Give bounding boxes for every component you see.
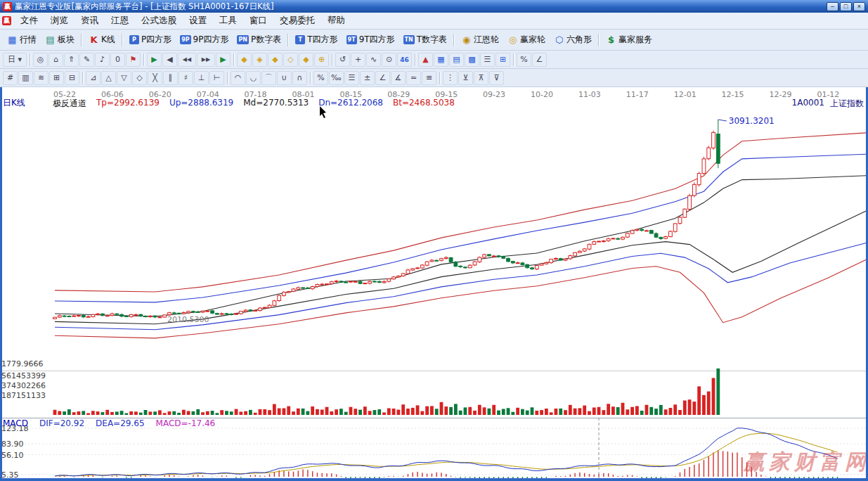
toolbar-button[interactable]: $ 赢家服务 — [602, 32, 656, 48]
tool-icon-button[interactable]: ⊟ — [65, 71, 79, 85]
tool-icon-button[interactable]: ▩ — [465, 53, 479, 67]
tool-icon-button[interactable]: ⌂ — [48, 53, 63, 67]
tool-icon-button[interactable]: ⌒ — [261, 71, 276, 85]
tool-icon-button[interactable]: ⊙ — [382, 53, 396, 67]
tool-icon-button[interactable] — [310, 72, 311, 84]
tool-icon-button[interactable]: ⊼ — [474, 71, 488, 85]
tool-icon-button[interactable]: ◆ — [268, 53, 283, 67]
tool-icon-button[interactable]: ≡ — [422, 71, 436, 85]
menu-item[interactable]: 浏览 — [44, 13, 75, 28]
tool-icon-button[interactable]: ⊕ — [314, 53, 329, 67]
tool-icon-button[interactable]: ▶ — [147, 53, 162, 67]
window-control-button[interactable]: □ — [840, 2, 852, 11]
tool-icon-button[interactable]: # — [3, 71, 18, 85]
tool-icon-button[interactable]: ☰ — [344, 71, 359, 85]
tool-icon-button[interactable]: ◡ — [246, 71, 261, 85]
tool-icon-button[interactable] — [233, 53, 235, 66]
menu-item[interactable]: 资讯 — [75, 13, 105, 28]
tool-icon-button[interactable]: ↺ — [335, 53, 350, 67]
toolbar-button[interactable]: ⬡ 六角形 — [550, 32, 596, 48]
tool-icon-button[interactable]: ♯ — [179, 71, 193, 85]
tool-icon-button[interactable]: ◆ — [299, 53, 313, 67]
tool-icon-button[interactable]: ◆ — [237, 53, 252, 67]
toolbar-button[interactable]: ▦ 行情 — [3, 32, 41, 48]
tool-icon-button[interactable]: ◠ — [231, 71, 245, 85]
tool-icon-button[interactable]: % — [517, 53, 531, 67]
tool-icon-button[interactable] — [143, 53, 145, 66]
toolbar-button[interactable] — [453, 34, 455, 46]
tool-icon-button[interactable]: ⚑ — [126, 53, 141, 67]
toolbar-button[interactable]: PN P数字表 — [233, 32, 285, 48]
tool-icon-button[interactable]: ▥ — [18, 71, 33, 85]
tool-icon-button[interactable]: ‰ — [329, 71, 344, 85]
tool-icon-button[interactable]: ⊻ — [458, 71, 473, 85]
tool-icon-button[interactable]: ∥ — [163, 71, 178, 85]
tool-icon-button[interactable]: ☰ — [480, 53, 495, 67]
toolbar-button[interactable] — [598, 34, 600, 46]
menu-item[interactable]: 工具 — [213, 13, 243, 28]
tool-icon-button[interactable]: ◈ — [252, 53, 267, 67]
tool-icon-button[interactable]: ⊥ — [194, 71, 209, 85]
tool-icon-button[interactable]: ◇ — [283, 53, 298, 67]
toolbar-button[interactable] — [81, 34, 82, 46]
toolbar-button[interactable]: 9P 9P四方形 — [176, 32, 233, 48]
tool-icon-button[interactable]: ▤ — [449, 53, 464, 67]
tool-icon-button[interactable]: ∿ — [366, 53, 381, 67]
tool-icon-button[interactable]: ∩ — [292, 71, 307, 85]
tool-icon-button[interactable]: ✎ — [79, 53, 94, 67]
toolbar-button[interactable]: P P四方形 — [125, 32, 176, 48]
tool-icon-button[interactable]: ⊞ — [49, 71, 64, 85]
tool-icon-button[interactable] — [30, 53, 31, 66]
window-control-button[interactable]: – — [827, 2, 838, 11]
menu-item[interactable]: 江恩 — [105, 13, 135, 28]
tool-icon-button[interactable]: ∠ — [532, 53, 547, 67]
toolbar-button[interactable]: ◉ 江恩轮 — [457, 32, 503, 48]
tool-icon-button[interactable]: ╳ — [148, 71, 162, 85]
tool-icon-button[interactable]: ▦ — [434, 53, 448, 67]
menu-item[interactable]: 交易委托 — [273, 13, 321, 28]
toolbar-button[interactable]: TN T数字表 — [399, 32, 452, 48]
tool-icon-button[interactable]: ♪ — [95, 53, 110, 67]
menu-item[interactable]: 窗口 — [243, 13, 273, 28]
tool-icon-button[interactable]: ▽ — [117, 71, 131, 85]
tool-icon-button[interactable] — [513, 53, 514, 66]
tool-icon-button[interactable]: ∡ — [391, 71, 406, 85]
tool-icon-button[interactable]: ∠ — [375, 71, 390, 85]
tool-icon-button[interactable]: ≃ — [406, 71, 421, 85]
tool-icon-button[interactable]: ± — [360, 71, 375, 85]
toolbar-button[interactable]: K K线 — [84, 32, 119, 48]
tool-icon-button[interactable]: 46 — [397, 53, 412, 67]
toolbar-button[interactable] — [287, 34, 289, 46]
tool-icon-button[interactable] — [439, 72, 441, 84]
menu-item[interactable]: 文件 — [14, 13, 44, 28]
menu-item[interactable]: 帮助 — [321, 13, 351, 28]
tool-icon-button[interactable]: ▶ — [216, 53, 231, 67]
menu-item[interactable]: 设置 — [183, 13, 213, 28]
tool-icon-button[interactable]: ≋ — [34, 71, 48, 85]
tool-icon-button[interactable]: 0 — [110, 53, 125, 67]
tool-icon-button[interactable]: ⇑ — [64, 53, 79, 67]
tool-icon-button[interactable] — [332, 53, 333, 66]
tool-icon-button[interactable]: ∪ — [277, 71, 292, 85]
tool-icon-button[interactable]: ⋮ — [443, 71, 458, 85]
tool-icon-button[interactable]: + — [351, 53, 365, 67]
tool-icon-button[interactable] — [82, 72, 84, 84]
tool-icon-button[interactable]: ▶▶ — [197, 53, 215, 67]
tool-icon-button[interactable] — [227, 72, 228, 84]
tool-icon-button[interactable]: ◀◀ — [178, 53, 196, 67]
tool-icon-button[interactable]: ⊽ — [489, 71, 504, 85]
tool-icon-button[interactable]: ▲ — [418, 53, 433, 67]
toolbar-button[interactable]: ▤ 板块 — [41, 32, 79, 48]
tool-icon-button[interactable]: ⊞ — [495, 53, 510, 67]
tool-icon-button[interactable]: ◇ — [132, 71, 147, 85]
tool-icon-button[interactable]: ◀ — [162, 53, 177, 67]
toolbar-button[interactable]: T T四方形 — [291, 32, 342, 48]
tool-icon-button[interactable]: ◎ — [33, 53, 48, 67]
menu-item[interactable]: 公式选股 — [135, 13, 183, 28]
tool-icon-button[interactable]: % — [313, 71, 328, 85]
tool-icon-button[interactable]: ⊢ — [209, 71, 224, 85]
toolbar-button[interactable] — [122, 34, 123, 46]
toolbar-button[interactable]: ◎ 赢家轮 — [503, 32, 550, 48]
tool-icon-button[interactable]: 日 ▾ — [3, 53, 27, 67]
toolbar-button[interactable]: 9T 9T四方形 — [342, 32, 399, 48]
